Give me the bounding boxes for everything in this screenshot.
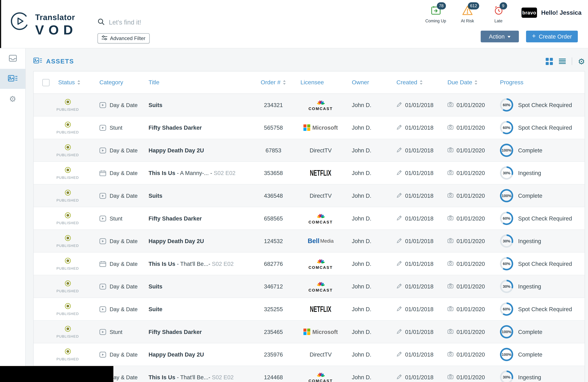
row-due-cell: 01/01/2020 xyxy=(442,329,495,335)
table-row[interactable]: PUBLISHED Day & Date Suits 346712 COMCAS… xyxy=(34,275,585,298)
table-row[interactable]: PUBLISHED Day & Date This Is Us - That'l… xyxy=(34,366,585,382)
table-row[interactable]: PUBLISHED Stunt Fifty Shades Darker 2354… xyxy=(34,321,585,343)
table-row[interactable]: PUBLISHED Day & Date Happy Death Day 2U … xyxy=(34,343,585,366)
notification-at-risk[interactable]: 612 At Risk xyxy=(454,4,482,23)
action-button[interactable]: Action xyxy=(481,31,519,42)
row-title-cell: Suite xyxy=(144,306,252,312)
table-row[interactable]: PUBLISHED Day & Date Happy Death Day 2U … xyxy=(34,139,585,162)
notification-coming-up[interactable]: 78 Coming Up xyxy=(422,4,450,23)
create-order-label: Create Order xyxy=(539,33,572,40)
row-progress-cell: 30% Ingesting xyxy=(495,234,586,247)
row-created-cell: 01/01/2018 xyxy=(391,147,442,154)
table-row[interactable]: PUBLISHED Day & Date Suits 234321 COMCAS… xyxy=(34,94,585,116)
progress-ring: 30% xyxy=(500,166,513,180)
select-all-checkbox[interactable] xyxy=(42,79,50,86)
row-category-label: Day & Date xyxy=(109,283,138,289)
row-progress-cell: 30% Ingesting xyxy=(495,166,586,180)
row-title: This Is Us xyxy=(148,170,175,176)
row-licensee-logo: COMCAST xyxy=(295,258,346,269)
column-header-status[interactable]: Status xyxy=(57,79,95,86)
row-created-date: 01/01/2018 xyxy=(405,238,433,244)
list-view-icon[interactable] xyxy=(559,58,566,64)
progress-percent: 30% xyxy=(500,371,513,382)
peacock-icon xyxy=(316,213,325,219)
column-header-category[interactable]: Category xyxy=(95,79,144,86)
table-row[interactable]: PUBLISHED Day & Date This Is Us - A Mann… xyxy=(34,162,585,184)
progress-ring: 100% xyxy=(500,144,513,157)
row-category-cell: Day & Date xyxy=(95,193,144,199)
user-block: bravo Hello! Jessica xyxy=(522,8,582,18)
category-icon xyxy=(99,306,106,312)
row-order-number: 353658 xyxy=(252,170,295,176)
row-due-date: 01/01/2020 xyxy=(457,192,485,199)
row-order-number: 67853 xyxy=(252,147,295,154)
sidebar-item-settings[interactable]: ⚙ xyxy=(0,89,25,109)
row-created-cell: 01/01/2018 xyxy=(391,283,442,290)
row-episode: S02 E02 xyxy=(214,170,235,176)
table-row[interactable]: PUBLISHED Day & Date Happy Death Day 2U … xyxy=(34,230,585,253)
row-progress-cell: 100% Complete xyxy=(495,144,586,157)
edit-pencil-icon xyxy=(396,147,402,154)
row-progress-cell: 30% Ingesting xyxy=(495,371,586,382)
progress-status-label: Complete xyxy=(518,192,542,199)
row-order-number: 325255 xyxy=(252,306,295,312)
microsoft-squares-icon xyxy=(303,124,310,131)
row-order-number: 565758 xyxy=(252,124,295,131)
category-icon xyxy=(99,102,106,108)
due-date-column-label: Due Date xyxy=(447,79,472,86)
row-category-label: Day & Date xyxy=(109,238,138,244)
sidebar-item-assets[interactable] xyxy=(0,69,25,89)
column-header-due-date[interactable]: Due Date xyxy=(442,79,495,86)
column-header-owner[interactable]: Owner xyxy=(346,79,391,86)
comcast-logo: COMCAST xyxy=(309,99,333,111)
row-created-cell: 01/01/2018 xyxy=(391,101,442,108)
column-header-order[interactable]: Order # xyxy=(252,79,295,86)
bell-logo: BellMedia xyxy=(308,237,334,245)
notification-late[interactable]: 9 Late xyxy=(484,4,512,23)
row-status-label: PUBLISHED xyxy=(57,153,79,157)
published-status-icon xyxy=(64,325,71,333)
row-title-cell: Happy Death Day 2U xyxy=(144,351,252,358)
sidebar-item-inbox[interactable] xyxy=(0,49,25,69)
row-category-cell: Day & Date xyxy=(95,102,144,108)
advanced-filter-button[interactable]: Advanced Filter xyxy=(97,33,149,44)
progress-percent: 30% xyxy=(500,280,513,293)
table-row[interactable]: PUBLISHED Stunt Fifty Shades Darker 5657… xyxy=(34,116,585,139)
column-header-title[interactable]: Title xyxy=(144,79,252,86)
column-header-progress[interactable]: Progress xyxy=(495,79,586,86)
category-icon xyxy=(99,170,106,176)
create-order-button[interactable]: + Create Order xyxy=(526,31,578,42)
published-status-icon xyxy=(64,98,71,106)
table-row[interactable]: PUBLISHED Day & Date Suits 436548 Direct… xyxy=(34,184,585,207)
created-column-label: Created xyxy=(396,79,417,86)
row-licensee-logo: DirectTV xyxy=(295,192,346,199)
category-icon xyxy=(99,329,106,335)
row-category-label: Day & Date xyxy=(109,102,138,108)
row-title-cell: Fifty Shades Darker xyxy=(144,329,252,335)
column-header-created[interactable]: Created xyxy=(391,79,442,86)
search-bar[interactable] xyxy=(97,18,222,27)
table-settings-gear-icon[interactable]: ⚙ xyxy=(578,57,585,65)
table-row[interactable]: PUBLISHED Stunt Fifty Shades Darker 6585… xyxy=(34,207,585,230)
row-status-label: PUBLISHED xyxy=(57,243,79,247)
row-due-date: 01/01/2020 xyxy=(457,215,485,222)
microsoft-logo: Microsoft xyxy=(303,124,338,131)
column-header-licensee[interactable]: Licensee xyxy=(295,79,346,86)
row-category-label: Day & Date xyxy=(109,193,138,199)
progress-ring: 60% xyxy=(500,98,513,112)
row-due-cell: 01/01/2020 xyxy=(442,124,495,131)
row-order-number: 235976 xyxy=(252,351,295,358)
table-row[interactable]: PUBLISHED Day & Date Suite 325255 NETFLI… xyxy=(34,298,585,321)
table-row[interactable]: PUBLISHED Day & Date This Is Us - That'l… xyxy=(34,253,585,275)
progress-status-label: Spot Check Required xyxy=(518,124,572,131)
row-title: This Is Us xyxy=(148,261,175,267)
row-owner: John D. xyxy=(346,192,391,199)
row-title-cell: Suits xyxy=(144,283,252,290)
view-tools: ⚙ xyxy=(546,57,585,65)
grid-view-icon[interactable] xyxy=(546,58,553,65)
row-progress-cell: 100% Complete xyxy=(495,348,586,361)
row-title: Fifty Shades Darker xyxy=(148,215,202,222)
search-input[interactable] xyxy=(108,18,215,27)
row-due-cell: 01/01/2020 xyxy=(442,283,495,290)
row-order-number: 234321 xyxy=(252,102,295,108)
